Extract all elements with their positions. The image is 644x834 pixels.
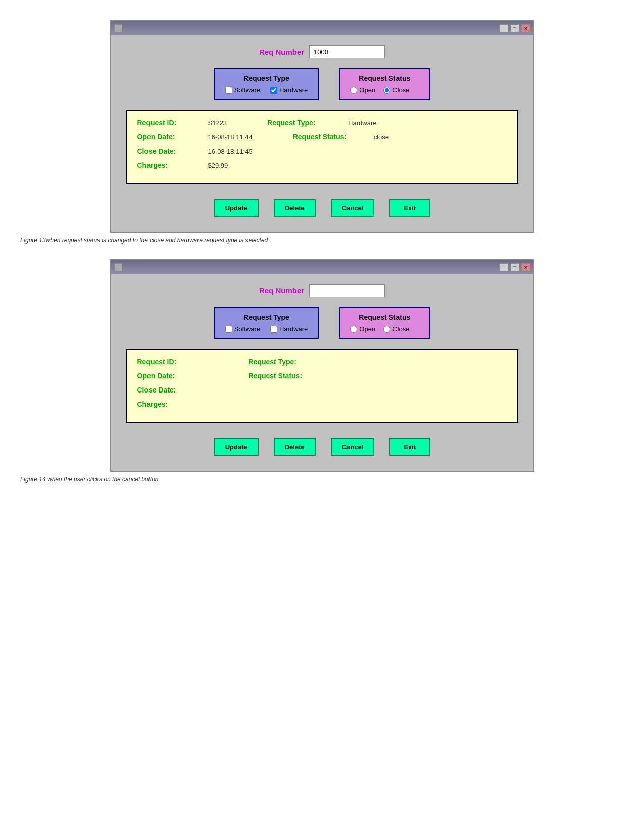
charges-label-14: Charges: [137,400,208,408]
close-label-14: Close [392,325,409,333]
req-number-label-14: Req Number [259,286,304,295]
charges-label-13: Charges: [137,161,208,169]
hardware-label-13: Hardware [279,86,308,94]
window-content-14: Req Number Request Type Software Hardwar… [111,274,533,471]
figure-14-caption: Figure 14 when the user clicks on the ca… [20,476,624,483]
update-button-13[interactable]: Update [214,199,259,217]
close-button-14[interactable]: ✕ [521,263,530,271]
software-checkbox-item-14[interactable]: Software [225,325,260,333]
maximize-button[interactable]: □ [510,24,519,32]
hardware-checkbox-item-14[interactable]: Hardware [270,325,308,333]
hardware-label-14: Hardware [279,325,308,333]
close-button[interactable]: ✕ [521,24,530,32]
detail-right-status-13: Request Status: close [293,133,389,141]
charges-value-13: $29.99 [208,162,228,169]
request-status-title-14: Request Status [350,313,419,321]
hardware-checkbox-13[interactable] [270,87,277,94]
software-checkbox-14[interactable] [225,326,232,333]
exit-button-14[interactable]: Exit [389,438,430,456]
delete-button-14[interactable]: Delete [274,438,316,456]
figure-13: — □ ✕ Req Number Request Type Softw [20,20,624,244]
close-radio-item-13[interactable]: Close [383,86,409,94]
close-label-13: Close [392,86,409,94]
type-status-row-13: Request Type Software Hardware Request [126,68,518,100]
detail-row-opendate-status-14: Open Date: Request Status: [137,372,507,380]
window-14: — □ ✕ Req Number Request Type Softw [110,259,534,472]
titlebar-13: — □ ✕ [111,21,533,35]
buttons-row-14: Update Delete Cancel Exit [126,433,518,461]
detail-row-id-type-13: Request ID: S1223 Request Type: Hardware [137,119,507,127]
detail-right-type-13: Request Type: Hardware [267,119,376,127]
close-date-value-13: 16-08-18:11:45 [208,148,253,155]
type-status-row-14: Request Type Software Hardware Request [126,307,518,339]
close-date-label-14: Close Date: [137,386,208,394]
detail-row-charges-14: Charges: [137,400,507,408]
request-type-label-14: Request Type: [249,358,329,366]
software-label-14: Software [234,325,260,333]
update-button-14[interactable]: Update [214,438,259,456]
open-radio-14[interactable] [350,326,357,333]
request-status-box-13: Request Status Open Close [339,68,430,100]
close-date-label-13: Close Date: [137,147,208,155]
request-status-label-14: Request Status: [249,372,329,380]
software-checkbox-item-13[interactable]: Software [225,86,260,94]
request-type-value-13: Hardware [348,119,376,127]
request-id-value-13: S1223 [208,119,227,127]
app-icon-14 [114,263,122,271]
minimize-button[interactable]: — [499,24,508,32]
detail-row-id-type-14: Request ID: Request Type: [137,358,507,366]
request-type-label-13: Request Type: [267,119,348,127]
delete-button-13[interactable]: Delete [274,199,316,217]
close-radio-14[interactable] [383,326,390,333]
maximize-button-14[interactable]: □ [510,263,519,271]
req-number-row-14: Req Number [126,284,518,297]
window-controls-14: — □ ✕ [499,263,530,271]
open-radio-13[interactable] [350,87,357,94]
detail-row-closedate-13: Close Date: 16-08-18:11:45 [137,147,507,155]
open-date-label-13: Open Date: [137,133,208,141]
close-radio-13[interactable] [383,87,390,94]
hardware-checkbox-item-13[interactable]: Hardware [270,86,308,94]
open-radio-item-13[interactable]: Open [350,86,375,94]
radio-row-14: Open Close [350,325,419,333]
app-icon [114,24,122,32]
detail-right-type-14: Request Type: [249,358,329,366]
detail-right-status-14: Request Status: [249,372,329,380]
req-number-row-13: Req Number [126,45,518,58]
open-label-13: Open [359,86,375,94]
detail-row-opendate-status-13: Open Date: 16-08-18:11:44 Request Status… [137,133,507,141]
window-controls-13: — □ ✕ [499,24,530,32]
req-number-input-14[interactable] [309,284,385,297]
checkbox-row-14: Software Hardware [225,325,308,333]
hardware-checkbox-14[interactable] [270,326,277,333]
detail-row-closedate-14: Close Date: [137,386,507,394]
titlebar-14: — □ ✕ [111,260,533,274]
buttons-row-13: Update Delete Cancel Exit [126,194,518,222]
minimize-button-14[interactable]: — [499,263,508,271]
radio-row-13: Open Close [350,86,419,94]
exit-button-13[interactable]: Exit [389,199,430,217]
cancel-button-14[interactable]: Cancel [331,438,375,456]
software-checkbox-13[interactable] [225,87,232,94]
request-type-box-14: Request Type Software Hardware [214,307,319,339]
figure-13-caption: Figure 13when request status is changed … [20,237,624,244]
window-13: — □ ✕ Req Number Request Type Softw [110,20,534,233]
request-type-title-13: Request Type [225,74,308,82]
software-label-13: Software [234,86,260,94]
open-date-value-13: 16-08-18:11:44 [208,133,253,141]
open-radio-item-14[interactable]: Open [350,325,375,333]
request-status-title-13: Request Status [350,74,419,82]
details-panel-14: Request ID: Request Type: Open Date: Req… [126,349,518,423]
req-number-label-13: Req Number [259,47,304,56]
request-status-box-14: Request Status Open Close [339,307,430,339]
window-content-13: Req Number Request Type Software Hardwar… [111,35,533,232]
request-type-box-13: Request Type Software Hardware [214,68,319,100]
cancel-button-13[interactable]: Cancel [331,199,375,217]
open-label-14: Open [359,325,375,333]
close-radio-item-14[interactable]: Close [383,325,409,333]
figure-14: — □ ✕ Req Number Request Type Softw [20,259,624,483]
req-number-input-13[interactable] [309,45,385,58]
request-status-label-13: Request Status: [293,133,374,141]
request-id-label-14: Request ID: [137,358,208,366]
request-type-title-14: Request Type [225,313,308,321]
